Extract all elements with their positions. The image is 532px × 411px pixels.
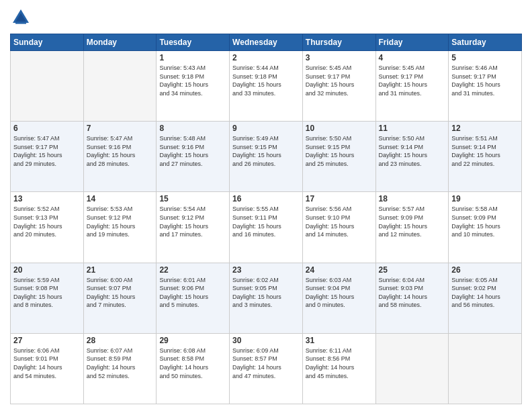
calendar-cell: 16Sunrise: 5:55 AM Sunset: 9:11 PM Dayli… <box>230 192 303 263</box>
day-number: 5 <box>451 53 519 62</box>
day-number: 24 <box>306 265 373 275</box>
day-info: Sunrise: 5:55 AM Sunset: 9:11 PM Dayligh… <box>232 205 300 238</box>
calendar-week-5: 27Sunrise: 6:06 AM Sunset: 9:01 PM Dayli… <box>11 333 522 404</box>
calendar-cell: 19Sunrise: 5:58 AM Sunset: 9:09 PM Dayli… <box>449 192 522 263</box>
col-header-thursday: Thursday <box>302 34 375 51</box>
day-number: 30 <box>232 336 300 345</box>
day-number: 15 <box>159 194 226 203</box>
day-number: 23 <box>232 265 300 275</box>
calendar-cell: 8Sunrise: 5:48 AM Sunset: 9:16 PM Daylig… <box>157 122 230 192</box>
day-info: Sunrise: 5:46 AM Sunset: 9:17 PM Dayligh… <box>451 64 519 97</box>
col-header-wednesday: Wednesday <box>230 34 303 51</box>
day-number: 25 <box>379 265 446 275</box>
day-info: Sunrise: 5:47 AM Sunset: 9:16 PM Dayligh… <box>87 134 154 168</box>
calendar-cell: 26Sunrise: 6:05 AM Sunset: 9:02 PM Dayli… <box>449 263 522 333</box>
col-header-tuesday: Tuesday <box>157 34 230 51</box>
day-info: Sunrise: 5:51 AM Sunset: 9:14 PM Dayligh… <box>451 134 519 168</box>
calendar-cell <box>11 51 84 122</box>
calendar-cell: 4Sunrise: 5:45 AM Sunset: 9:17 PM Daylig… <box>375 51 449 122</box>
day-info: Sunrise: 6:11 AM Sunset: 8:56 PM Dayligh… <box>306 347 373 380</box>
day-number: 12 <box>451 124 519 133</box>
day-info: Sunrise: 6:07 AM Sunset: 8:59 PM Dayligh… <box>87 347 154 380</box>
day-number: 10 <box>306 124 373 133</box>
day-number: 28 <box>87 336 154 345</box>
calendar-cell: 17Sunrise: 5:56 AM Sunset: 9:10 PM Dayli… <box>302 192 375 263</box>
calendar-cell: 21Sunrise: 6:00 AM Sunset: 9:07 PM Dayli… <box>83 263 157 333</box>
calendar-week-2: 6Sunrise: 5:47 AM Sunset: 9:17 PM Daylig… <box>11 122 522 192</box>
day-number: 7 <box>87 124 154 133</box>
day-number: 2 <box>232 53 300 62</box>
day-number: 18 <box>379 194 446 203</box>
day-info: Sunrise: 6:03 AM Sunset: 9:04 PM Dayligh… <box>306 276 373 310</box>
day-number: 13 <box>13 194 81 203</box>
day-info: Sunrise: 5:58 AM Sunset: 9:09 PM Dayligh… <box>451 205 519 238</box>
day-number: 8 <box>159 124 226 133</box>
calendar-cell: 9Sunrise: 5:49 AM Sunset: 9:15 PM Daylig… <box>230 122 303 192</box>
calendar-cell: 7Sunrise: 5:47 AM Sunset: 9:16 PM Daylig… <box>83 122 157 192</box>
page: SundayMondayTuesdayWednesdayThursdayFrid… <box>0 0 532 411</box>
day-info: Sunrise: 6:06 AM Sunset: 9:01 PM Dayligh… <box>13 347 81 380</box>
calendar-cell: 15Sunrise: 5:54 AM Sunset: 9:12 PM Dayli… <box>157 192 230 263</box>
day-info: Sunrise: 6:05 AM Sunset: 9:02 PM Dayligh… <box>451 276 519 310</box>
calendar-cell: 14Sunrise: 5:53 AM Sunset: 9:12 PM Dayli… <box>83 192 157 263</box>
day-number: 4 <box>379 53 446 62</box>
day-info: Sunrise: 5:44 AM Sunset: 9:18 PM Dayligh… <box>232 64 300 97</box>
calendar-cell: 28Sunrise: 6:07 AM Sunset: 8:59 PM Dayli… <box>83 333 157 404</box>
day-info: Sunrise: 5:50 AM Sunset: 9:15 PM Dayligh… <box>306 134 373 168</box>
day-info: Sunrise: 5:48 AM Sunset: 9:16 PM Dayligh… <box>159 134 226 168</box>
calendar-header-row: SundayMondayTuesdayWednesdayThursdayFrid… <box>11 34 522 51</box>
day-number: 3 <box>306 53 373 62</box>
day-number: 29 <box>159 336 226 345</box>
calendar-cell <box>375 333 449 404</box>
day-number: 21 <box>87 265 154 275</box>
day-info: Sunrise: 5:43 AM Sunset: 9:18 PM Dayligh… <box>159 64 226 97</box>
calendar-cell: 27Sunrise: 6:06 AM Sunset: 9:01 PM Dayli… <box>11 333 84 404</box>
day-info: Sunrise: 5:49 AM Sunset: 9:15 PM Dayligh… <box>232 134 300 168</box>
calendar-cell: 24Sunrise: 6:03 AM Sunset: 9:04 PM Dayli… <box>302 263 375 333</box>
col-header-monday: Monday <box>83 34 157 51</box>
day-number: 27 <box>13 336 81 345</box>
calendar-cell <box>449 333 522 404</box>
day-info: Sunrise: 6:04 AM Sunset: 9:03 PM Dayligh… <box>379 276 446 310</box>
calendar-cell: 12Sunrise: 5:51 AM Sunset: 9:14 PM Dayli… <box>449 122 522 192</box>
calendar-cell: 22Sunrise: 6:01 AM Sunset: 9:06 PM Dayli… <box>157 263 230 333</box>
day-info: Sunrise: 6:01 AM Sunset: 9:06 PM Dayligh… <box>159 276 226 310</box>
day-info: Sunrise: 5:50 AM Sunset: 9:14 PM Dayligh… <box>379 134 446 168</box>
calendar-table: SundayMondayTuesdayWednesdayThursdayFrid… <box>10 34 522 404</box>
day-info: Sunrise: 5:56 AM Sunset: 9:10 PM Dayligh… <box>306 205 373 238</box>
calendar-week-1: 1Sunrise: 5:43 AM Sunset: 9:18 PM Daylig… <box>11 51 522 122</box>
calendar-cell <box>83 51 157 122</box>
calendar-cell: 23Sunrise: 6:02 AM Sunset: 9:05 PM Dayli… <box>230 263 303 333</box>
day-info: Sunrise: 6:09 AM Sunset: 8:57 PM Dayligh… <box>232 347 300 380</box>
calendar-cell: 5Sunrise: 5:46 AM Sunset: 9:17 PM Daylig… <box>449 51 522 122</box>
day-info: Sunrise: 5:54 AM Sunset: 9:12 PM Dayligh… <box>159 205 226 238</box>
day-number: 26 <box>451 265 519 275</box>
day-number: 14 <box>87 194 154 203</box>
day-number: 22 <box>159 265 226 275</box>
calendar-cell: 11Sunrise: 5:50 AM Sunset: 9:14 PM Dayli… <box>375 122 449 192</box>
day-number: 1 <box>159 53 226 62</box>
day-info: Sunrise: 5:57 AM Sunset: 9:09 PM Dayligh… <box>379 205 446 238</box>
day-info: Sunrise: 6:00 AM Sunset: 9:07 PM Dayligh… <box>87 276 154 310</box>
day-number: 11 <box>379 124 446 133</box>
day-info: Sunrise: 5:45 AM Sunset: 9:17 PM Dayligh… <box>306 64 373 97</box>
calendar-cell: 2Sunrise: 5:44 AM Sunset: 9:18 PM Daylig… <box>230 51 303 122</box>
day-info: Sunrise: 6:02 AM Sunset: 9:05 PM Dayligh… <box>232 276 300 310</box>
header <box>10 7 522 28</box>
calendar-cell: 31Sunrise: 6:11 AM Sunset: 8:56 PM Dayli… <box>302 333 375 404</box>
day-info: Sunrise: 5:47 AM Sunset: 9:17 PM Dayligh… <box>13 134 81 168</box>
calendar-cell: 29Sunrise: 6:08 AM Sunset: 8:58 PM Dayli… <box>157 333 230 404</box>
calendar-week-3: 13Sunrise: 5:52 AM Sunset: 9:13 PM Dayli… <box>11 192 522 263</box>
calendar-cell: 13Sunrise: 5:52 AM Sunset: 9:13 PM Dayli… <box>11 192 84 263</box>
calendar-cell: 10Sunrise: 5:50 AM Sunset: 9:15 PM Dayli… <box>302 122 375 192</box>
day-number: 6 <box>13 124 81 133</box>
calendar-cell: 18Sunrise: 5:57 AM Sunset: 9:09 PM Dayli… <box>375 192 449 263</box>
day-number: 20 <box>13 265 81 275</box>
calendar-cell: 30Sunrise: 6:09 AM Sunset: 8:57 PM Dayli… <box>230 333 303 404</box>
calendar-cell: 1Sunrise: 5:43 AM Sunset: 9:18 PM Daylig… <box>157 51 230 122</box>
day-number: 19 <box>451 194 519 203</box>
calendar-cell: 6Sunrise: 5:47 AM Sunset: 9:17 PM Daylig… <box>11 122 84 192</box>
col-header-saturday: Saturday <box>449 34 522 51</box>
logo-icon <box>10 7 32 28</box>
day-info: Sunrise: 5:59 AM Sunset: 9:08 PM Dayligh… <box>13 276 81 310</box>
